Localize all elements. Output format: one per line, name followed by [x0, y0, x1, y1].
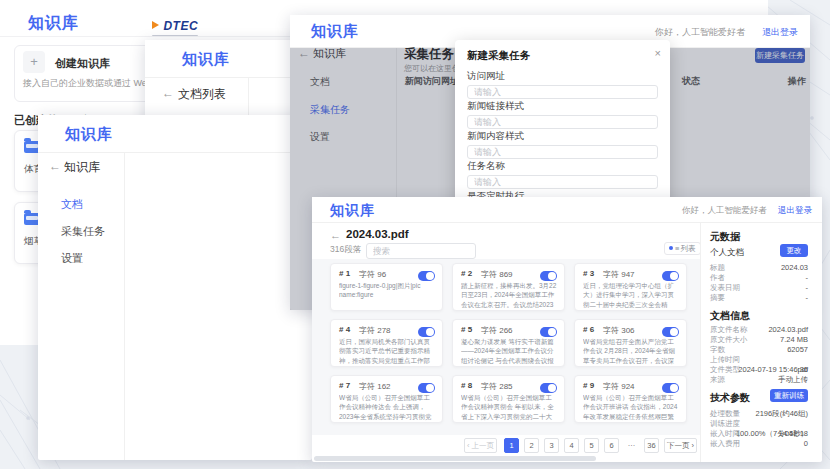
view-toggle-dot-icon — [669, 246, 673, 250]
pagination-page-1[interactable]: 1 — [504, 438, 519, 453]
chunk-index: # 9 — [583, 381, 594, 390]
meta-row-title: 标题2024.03 — [710, 263, 808, 273]
chunk-text: 近日，党组理论学习中心组（扩大）进行集中学习，深入学习贯彻二十届中央纪委三次全会… — [583, 281, 680, 311]
chunk-chars: 字符 162 — [359, 381, 391, 392]
chunk-index: # 5 — [461, 325, 472, 334]
view-toggle[interactable]: ≡ 列表 — [664, 242, 701, 255]
pagination-ellipsis[interactable]: ··· — [624, 438, 639, 453]
metadata-title: 元数据 — [710, 230, 740, 244]
task-name-input[interactable] — [467, 175, 658, 189]
chunk-index: # 1 — [339, 269, 350, 278]
window-header: 知识库 — [38, 115, 312, 153]
tech-row-count: 处理数量2196段(约46组) — [710, 409, 808, 419]
chunk-chars: 字符 947 — [603, 269, 635, 280]
chunk-text: W省局党组召开全面从严治党工作会议 2月28日，2024年全省烟草专卖局工作会议… — [583, 337, 680, 367]
chunk-index: # 2 — [461, 269, 472, 278]
window-header: 知识库 你好，人工智能爱好者 退出登录 — [312, 197, 822, 223]
chunk-card-7[interactable]: # 7 字符 162 W省局（公司）召开全国烟草工作会议精神传达会 会上强调，2… — [330, 375, 443, 423]
dtec-logo-arrow-icon — [152, 21, 159, 29]
dtec-logo-text: DTEC — [163, 19, 198, 33]
retrain-button[interactable]: 重新训练 — [770, 389, 808, 402]
chunk-toggle[interactable] — [540, 383, 557, 393]
tech-row-progress: 训练进度100.00%（7分04秒） — [710, 419, 808, 429]
chunk-toggle[interactable] — [418, 383, 435, 393]
tech-row-embedtime: 嵌入时间14:52:18 — [710, 429, 808, 439]
window-document: 知识库 你好，人工智能爱好者 退出登录 ← 2024.03.pdf 316段落 … — [312, 197, 822, 462]
meta-row-author: 作者- — [710, 273, 808, 283]
pagination-page-36[interactable]: 36 — [644, 438, 659, 453]
content-pattern-input[interactable] — [467, 145, 658, 159]
chunk-index: # 7 — [339, 381, 350, 390]
chunk-index: # 8 — [461, 381, 472, 390]
chunk-toggle[interactable] — [418, 327, 435, 337]
back-arrow-icon[interactable]: ← — [49, 159, 61, 173]
chunk-card-6[interactable]: # 6 字符 306 W省局党组召开全面从严治党工作会议 2月28日，2024年… — [574, 319, 687, 367]
logout-link[interactable]: 退出登录 — [762, 26, 798, 39]
chunk-text: 踏上新征程，接棒再出发。3月22日至23日，2024年全国烟草工作会议在北京召开… — [461, 281, 558, 311]
pagination-page-3[interactable]: 3 — [544, 438, 559, 453]
chunk-card-2[interactable]: # 2 字符 869 踏上新征程，接棒再出发。3月22日至23日，2024年全国… — [452, 263, 565, 311]
meta-row-pubdate: 发表日期- — [710, 283, 808, 293]
close-icon[interactable]: × — [655, 47, 661, 59]
dtec-logo: DTEC — [152, 16, 198, 37]
paragraph-count: 316段落 — [330, 244, 361, 256]
chunk-chars: 字符 278 — [359, 325, 391, 336]
pagination-page-6[interactable]: 6 — [604, 438, 619, 453]
url-input[interactable] — [467, 85, 658, 99]
app-logo-text: 知识库 — [330, 202, 375, 220]
chunk-text: figure-1-figure-0.jpg|图片|pic name:figure — [339, 281, 436, 300]
pagination: ‹ 上一页 1 2 3 4 5 6 ··· 36 下一页 › — [312, 438, 700, 454]
kb-home-title: 知识库 — [64, 159, 100, 176]
app-logo-text: 知识库 — [65, 125, 113, 144]
plus-icon: + — [23, 51, 45, 73]
doc-type-change-button[interactable]: 更改 — [780, 244, 808, 257]
sidebar-item-tasks[interactable]: 采集任务 — [61, 224, 105, 239]
back-arrow-icon[interactable]: ← — [162, 86, 174, 100]
sidebar-divider — [124, 153, 125, 460]
chunk-card-4[interactable]: # 4 字符 278 近日，国家局机关各部门认真贯彻落实习近平总书记重要指示精神… — [330, 319, 443, 367]
chunk-toggle[interactable] — [662, 327, 679, 337]
chunk-toggle[interactable] — [540, 327, 557, 337]
user-greeting: 你好，人工智能爱好者 — [682, 205, 767, 217]
link-pattern-input[interactable] — [467, 115, 658, 129]
doc-list-title: 文档列表 — [178, 86, 226, 103]
chunk-chars: 字符 306 — [603, 325, 635, 336]
chunk-card-3[interactable]: # 3 字符 947 近日，党组理论学习中心组（扩大）进行集中学习，深入学习贯彻… — [574, 263, 687, 311]
chunk-text: W省局（公司）召开全国烟草工作会议精神传达会 会上强调，2023年全省系统坚持学… — [339, 393, 436, 423]
chunk-text: 凝心聚力谋发展 笃行实干谱新篇——2024年全国烟草工作会议分组讨论侧记 与会代… — [461, 337, 558, 367]
chunk-card-5[interactable]: # 5 字符 266 凝心聚力谋发展 笃行实干谱新篇——2024年全国烟草工作会… — [452, 319, 565, 367]
sidebar-item-settings[interactable]: 设置 — [61, 251, 83, 266]
document-title: 2024.03.pdf — [346, 228, 409, 240]
info-row-source: 来源手动上传 — [710, 375, 808, 385]
chunk-index: # 3 — [583, 269, 594, 278]
pagination-page-5[interactable]: 5 — [584, 438, 599, 453]
pagination-page-4[interactable]: 4 — [564, 438, 579, 453]
app-logo-text: 知识库 — [182, 50, 230, 69]
chunk-toggle[interactable] — [662, 383, 679, 393]
screenshot-root: { "colors": { "accent": "#4468f1", "butt… — [0, 0, 830, 469]
app-logo-text: 知识库 — [28, 13, 79, 34]
chunk-card-1[interactable]: # 1 字符 96 figure-1-figure-0.jpg|图片|pic n… — [330, 263, 443, 311]
chunk-card-9[interactable]: # 9 字符 924 W省局（公司）召开全面烟草工作会议开班讲话 会议指出，20… — [574, 375, 687, 423]
pagination-prev[interactable]: ‹ 上一页 — [464, 438, 497, 453]
create-kb-title: 创建知识库 — [55, 56, 110, 71]
chunk-toggle[interactable] — [662, 271, 679, 281]
user-greeting: 你好，人工智能爱好者 — [655, 26, 745, 39]
meta-row-abstract: 摘要- — [710, 293, 808, 303]
app-logo-text: 知识库 — [311, 22, 359, 41]
chunk-card-8[interactable]: # 8 字符 285 W省局（公司）召开全国烟草工作会议精神贯彻会 年初以来，全… — [452, 375, 565, 423]
info-row-filetype: 文件类型pdf — [710, 365, 808, 375]
chunk-toggle[interactable] — [540, 271, 557, 281]
info-row-uploadtime: 上传时间2024-07-19 15:46:36 — [710, 355, 808, 365]
chunk-toggle[interactable] — [418, 271, 435, 281]
horizontal-scrollbar[interactable] — [314, 456, 596, 461]
logout-link[interactable]: 退出登录 — [778, 205, 812, 217]
sidebar-item-docs[interactable]: 文档 — [61, 197, 83, 212]
chunk-chars: 字符 266 — [481, 325, 513, 336]
pagination-page-2[interactable]: 2 — [524, 438, 539, 453]
back-arrow-icon[interactable]: ← — [330, 229, 341, 241]
chunk-chars: 字符 285 — [481, 381, 513, 392]
search-input[interactable] — [366, 243, 476, 259]
pagination-next[interactable]: 下一页 › — [664, 438, 697, 453]
doc-type-label: 个人文档 — [710, 247, 744, 259]
